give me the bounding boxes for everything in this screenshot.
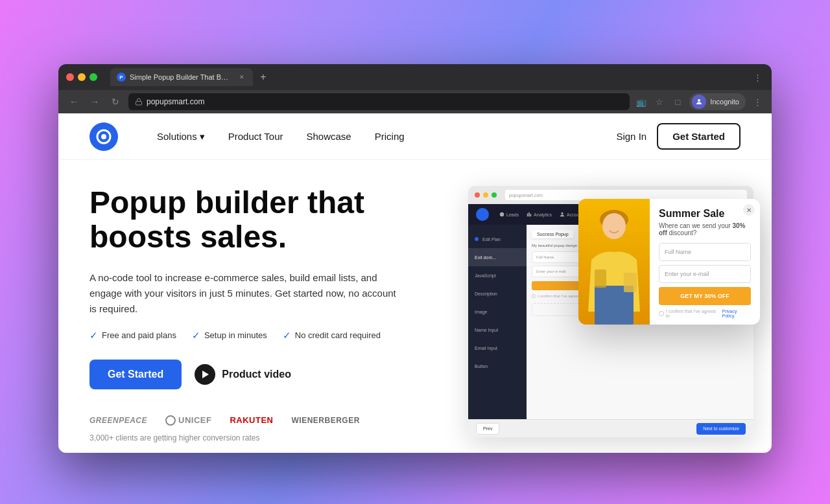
bookmark-star-icon[interactable]: ☆ (653, 95, 666, 108)
popup-privacy-radio[interactable] (659, 311, 664, 316)
url-text: popupsmart.com (147, 97, 204, 106)
product-video-label: Product video (222, 369, 291, 380)
browser-titlebar: P Simple Popup Builder That Bo... ✕ + ⋮ (58, 64, 772, 90)
trust-text: 3,000+ clients are getting higher conver… (89, 433, 401, 442)
website-content: Solutions ▾ Product Tour Showcase Pricin… (58, 113, 772, 453)
mockup-sidebar: Edit Plan Exit dom... JavaScript Descrip… (468, 225, 527, 419)
chrome-menu-icon[interactable]: ⋮ (751, 95, 764, 108)
svg-point-10 (602, 213, 626, 239)
unicef-logo: unicef (165, 415, 211, 426)
browser-toolbar: ← → ↻ popupsmart.com 📺 ☆ □ Incognito (58, 90, 772, 113)
play-icon (195, 364, 215, 385)
popup-name-input[interactable]: Full Name (659, 243, 751, 261)
hero-title: Popup builder that boosts sales. (89, 186, 401, 255)
browser-window: P Simple Popup Builder That Bo... ✕ + ⋮ … (58, 64, 772, 453)
mockup-minimize-dot (483, 192, 488, 198)
mockup-nav-analytics: Analytics (527, 212, 552, 217)
address-bar[interactable]: popupsmart.com (128, 93, 630, 110)
get-started-hero-button[interactable]: Get Started (89, 360, 182, 389)
sign-in-button[interactable]: Sign In (616, 131, 646, 142)
showcase-nav-link[interactable]: Showcase (307, 131, 351, 142)
popup-cta-button[interactable]: GET MY 30% OFF (659, 287, 751, 305)
forward-button[interactable]: → (87, 94, 102, 109)
lock-icon (135, 98, 143, 106)
popup-privacy-label: I confirm that I've agreed to (666, 309, 720, 318)
maximize-traffic-light[interactable] (89, 73, 97, 81)
more-menu-icon[interactable]: ⋮ (751, 71, 764, 84)
pricing-nav-link[interactable]: Pricing (375, 131, 405, 142)
minimize-traffic-light[interactable] (78, 73, 86, 81)
mockup-sidebar-desc: Description (468, 284, 527, 303)
mockup-next-button: Next to customize (696, 423, 746, 435)
trust-logos: GREENPEACE unicef Rakuten wienerberger (89, 415, 401, 426)
popup-privacy-link[interactable]: Privacy Policy. (722, 309, 751, 318)
mockup-sidebar-button: Button (468, 357, 527, 375)
check-icon-plans: ✓ (89, 330, 98, 341)
hero-feature-setup: ✓ Setup in minutes (192, 330, 267, 341)
mockup-close-dot (475, 192, 480, 198)
nav-links: Solutions ▾ Product Tour Showcase Pricin… (157, 131, 616, 143)
tab-title: Simple Popup Builder That Bo... (130, 73, 231, 81)
greenpeace-logo: GREENPEACE (89, 416, 147, 425)
mockup-nav-items: Leads Analytics Account (499, 212, 583, 217)
hero-right: popupsmart.com Leads (427, 186, 741, 432)
sidebar-dot (475, 237, 479, 241)
feature-plans-text: Free and paid plans (102, 330, 176, 340)
popup-email-input[interactable]: Enter your e-mail (659, 265, 751, 283)
tab-close-button[interactable]: ✕ (237, 73, 246, 82)
mockup-sidebar-email-input: Email Input (468, 339, 527, 357)
logo-icon (96, 129, 112, 144)
extensions-icon[interactable]: □ (671, 95, 684, 108)
mockup-maximize-dot (492, 192, 497, 198)
mockup-sidebar-image: Image (468, 303, 527, 321)
cast-icon[interactable]: 📺 (635, 95, 648, 108)
site-nav: Solutions ▾ Product Tour Showcase Pricin… (58, 113, 772, 160)
solutions-nav-link[interactable]: Solutions ▾ (157, 131, 205, 143)
svg-rect-7 (530, 214, 532, 216)
svg-point-8 (561, 212, 563, 214)
hero-ctas: Get Started Product video (89, 360, 401, 389)
mockup-nav-leads: Leads (499, 212, 519, 217)
reload-button[interactable]: ↻ (108, 94, 123, 109)
popup-subtitle-text: Where can we send your (659, 222, 732, 229)
mockup-radio (532, 294, 536, 298)
hero-left: Popup builder that boosts sales. A no-co… (89, 186, 401, 442)
active-tab[interactable]: P Simple Popup Builder That Bo... ✕ (110, 68, 253, 86)
back-button[interactable]: ← (66, 94, 82, 109)
tab-bar: P Simple Popup Builder That Bo... ✕ + (110, 68, 743, 86)
hero-section: Popup builder that boosts sales. A no-co… (58, 160, 772, 453)
nav-actions: Sign In Get Started (616, 123, 741, 150)
svg-point-1 (698, 99, 700, 102)
get-started-nav-button[interactable]: Get Started (657, 123, 741, 150)
unicef-emblem (165, 415, 176, 426)
hero-description: A no-code tool to increase e-commerce sa… (89, 270, 401, 317)
svg-point-3 (101, 134, 106, 139)
site-logo[interactable] (89, 122, 118, 151)
mockup-sidebar-js: JavaScript (468, 266, 527, 284)
check-icon-setup: ✓ (192, 330, 200, 341)
mockup-sidebar-edit-plan: Edit Plan (468, 230, 527, 248)
incognito-button[interactable]: Incognito (689, 93, 746, 110)
product-video-button[interactable]: Product video (195, 364, 291, 385)
chevron-down-icon: ▾ (200, 131, 205, 143)
wienerberger-logo: wienerberger (291, 416, 359, 425)
close-traffic-light[interactable] (66, 73, 74, 81)
popup-subtitle: Where can we send your 30% off discount? (659, 222, 751, 236)
rakuten-logo: Rakuten (230, 415, 273, 425)
incognito-avatar (692, 95, 706, 109)
mockup-sidebar-name-input: Name Input (468, 321, 527, 339)
play-triangle (202, 371, 209, 378)
tab-favicon: P (117, 73, 126, 82)
popup-model-figure (578, 199, 650, 325)
svg-rect-6 (528, 212, 530, 216)
toolbar-actions: 📺 ☆ □ Incognito ⋮ (635, 93, 764, 110)
popup-overlay: ✕ Summer Sale Where can we send your 30%… (578, 199, 760, 325)
mockup-sidebar-exit: Exit dom... (468, 248, 527, 266)
popup-image-side (578, 199, 650, 325)
popup-close-button[interactable]: ✕ (743, 204, 755, 216)
svg-rect-12 (624, 273, 637, 292)
svg-point-4 (500, 212, 504, 216)
new-tab-button[interactable]: + (255, 69, 271, 85)
popup-subtitle-end: discount? (669, 229, 697, 236)
product-tour-nav-link[interactable]: Product Tour (228, 131, 283, 142)
